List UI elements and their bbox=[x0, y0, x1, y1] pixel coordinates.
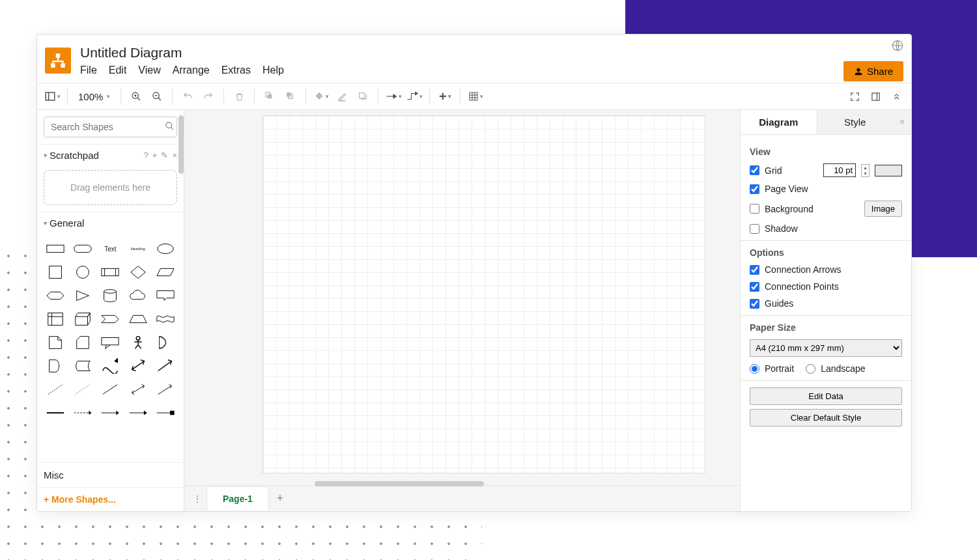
general-header[interactable]: ▾ General bbox=[37, 212, 184, 234]
connection-style-button[interactable]: ▾ bbox=[384, 87, 403, 106]
menu-help[interactable]: Help bbox=[262, 64, 284, 76]
grid-color-swatch[interactable] bbox=[875, 165, 902, 176]
misc-section[interactable]: Misc bbox=[37, 462, 184, 487]
to-front-button[interactable] bbox=[260, 87, 279, 106]
app-logo-icon[interactable] bbox=[45, 48, 71, 74]
shape-and[interactable] bbox=[44, 356, 67, 376]
scratchpad-help-icon[interactable]: ? bbox=[144, 150, 149, 160]
tab-diagram[interactable]: Diagram bbox=[741, 110, 817, 134]
pages-menu-icon[interactable]: ⋮ bbox=[190, 494, 205, 504]
shape-note[interactable] bbox=[44, 333, 67, 352]
shape-arrow[interactable] bbox=[154, 356, 177, 376]
shadow-checkbox[interactable] bbox=[750, 224, 759, 234]
more-shapes-button[interactable]: + More Shapes... bbox=[37, 487, 184, 511]
shape-bidir-arrow[interactable] bbox=[126, 356, 150, 376]
shape-dir-line[interactable] bbox=[154, 380, 177, 399]
shape-text[interactable]: Text bbox=[98, 239, 122, 259]
waypoint-style-button[interactable]: ▾ bbox=[404, 87, 424, 106]
fill-color-button[interactable]: ▾ bbox=[311, 87, 331, 106]
shape-hexagon[interactable] bbox=[44, 286, 67, 305]
page-tab-1[interactable]: Page-1 bbox=[206, 486, 269, 511]
zoom-in-button[interactable] bbox=[126, 87, 146, 106]
shape-circle[interactable] bbox=[71, 262, 94, 282]
shape-link-solid[interactable] bbox=[44, 403, 67, 423]
shape-cube[interactable] bbox=[71, 309, 94, 329]
menu-extras[interactable]: Extras bbox=[221, 64, 251, 76]
clear-default-style-button[interactable]: Clear Default Style bbox=[750, 409, 902, 427]
shape-data-storage[interactable] bbox=[71, 356, 94, 376]
search-input[interactable] bbox=[51, 122, 165, 132]
collapse-button[interactable] bbox=[886, 87, 906, 106]
paper-size-select[interactable]: A4 (210 mm x 297 mm) bbox=[750, 339, 902, 357]
scrollbar-thumb[interactable] bbox=[178, 115, 184, 174]
scratchpad-add-icon[interactable]: + bbox=[152, 150, 158, 160]
fullscreen-button[interactable] bbox=[845, 87, 864, 106]
scratchpad-close-icon[interactable]: × bbox=[172, 150, 177, 160]
shape-line[interactable] bbox=[98, 380, 122, 399]
shape-rectangle[interactable] bbox=[44, 239, 67, 259]
shape-callout-rect[interactable] bbox=[154, 286, 177, 305]
line-color-button[interactable] bbox=[332, 87, 352, 106]
scratchpad-edit-icon[interactable]: ✎ bbox=[161, 150, 168, 160]
shape-cloud[interactable] bbox=[126, 286, 150, 305]
canvas[interactable] bbox=[197, 115, 735, 485]
close-panel-icon[interactable]: × bbox=[893, 110, 911, 134]
add-page-button[interactable]: + bbox=[270, 492, 290, 505]
menu-file[interactable]: File bbox=[80, 64, 97, 76]
scratchpad-dropzone[interactable]: Drag elements here bbox=[44, 170, 177, 205]
portrait-radio[interactable] bbox=[750, 364, 759, 374]
shape-link-dashed[interactable] bbox=[71, 403, 94, 423]
shape-dashed-line[interactable] bbox=[44, 380, 67, 399]
shape-link-open[interactable] bbox=[154, 403, 177, 423]
shape-trapezoid[interactable] bbox=[126, 309, 150, 329]
zoom-dropdown[interactable]: 100%▾ bbox=[73, 91, 115, 102]
shape-triangle[interactable] bbox=[71, 286, 94, 305]
horizontal-scrollbar[interactable] bbox=[315, 481, 484, 486]
shape-heading[interactable]: Heading bbox=[126, 239, 150, 259]
to-back-button[interactable] bbox=[281, 87, 300, 106]
landscape-radio[interactable] bbox=[806, 364, 815, 374]
shape-link-thin[interactable] bbox=[126, 403, 150, 423]
pageview-checkbox[interactable] bbox=[750, 184, 759, 194]
shape-actor[interactable] bbox=[126, 333, 150, 352]
tab-style[interactable]: Style bbox=[817, 110, 894, 134]
shape-rounded-rect[interactable] bbox=[71, 239, 94, 259]
diagram-page[interactable] bbox=[262, 115, 705, 473]
sidebar-toggle-button[interactable]: ▾ bbox=[42, 87, 62, 106]
undo-button[interactable] bbox=[178, 87, 197, 106]
shape-card[interactable] bbox=[71, 333, 94, 352]
shape-or[interactable] bbox=[154, 333, 177, 352]
table-button[interactable]: ▾ bbox=[466, 87, 485, 106]
shape-callout[interactable] bbox=[98, 333, 122, 352]
shadow-button[interactable] bbox=[353, 87, 373, 106]
menu-edit[interactable]: Edit bbox=[109, 64, 127, 76]
guides-checkbox[interactable] bbox=[750, 299, 759, 309]
shape-ellipse[interactable] bbox=[154, 239, 177, 259]
language-icon[interactable] bbox=[892, 40, 903, 55]
conn-points-checkbox[interactable] bbox=[750, 282, 759, 292]
shape-dotted-line[interactable] bbox=[71, 380, 94, 399]
format-panel-toggle[interactable] bbox=[866, 87, 885, 106]
shape-parallelogram[interactable] bbox=[154, 262, 177, 282]
share-button[interactable]: Share bbox=[843, 61, 903, 81]
shape-diamond[interactable] bbox=[126, 262, 150, 282]
conn-arrows-checkbox[interactable] bbox=[750, 265, 759, 275]
redo-button[interactable] bbox=[199, 87, 218, 106]
search-shapes[interactable] bbox=[44, 117, 177, 137]
shape-step[interactable] bbox=[98, 309, 122, 329]
grid-checkbox[interactable] bbox=[750, 165, 759, 175]
shape-curve[interactable] bbox=[98, 356, 122, 376]
edit-data-button[interactable]: Edit Data bbox=[750, 387, 902, 405]
grid-stepper[interactable]: ▲▼ bbox=[861, 164, 870, 177]
shape-bidir-line[interactable] bbox=[126, 380, 150, 399]
search-icon[interactable] bbox=[165, 121, 175, 133]
shape-link-arrow[interactable] bbox=[98, 403, 122, 423]
background-checkbox[interactable] bbox=[750, 204, 759, 214]
shape-process[interactable] bbox=[98, 262, 122, 282]
background-image-button[interactable]: Image bbox=[864, 201, 902, 217]
scratchpad-header[interactable]: ▾ Scratchpad ? + ✎ × bbox=[37, 144, 184, 166]
document-title[interactable]: Untitled Diagram bbox=[80, 45, 843, 61]
delete-button[interactable] bbox=[229, 87, 249, 106]
shape-internal-storage[interactable] bbox=[44, 309, 67, 329]
shape-tape[interactable] bbox=[154, 309, 177, 329]
